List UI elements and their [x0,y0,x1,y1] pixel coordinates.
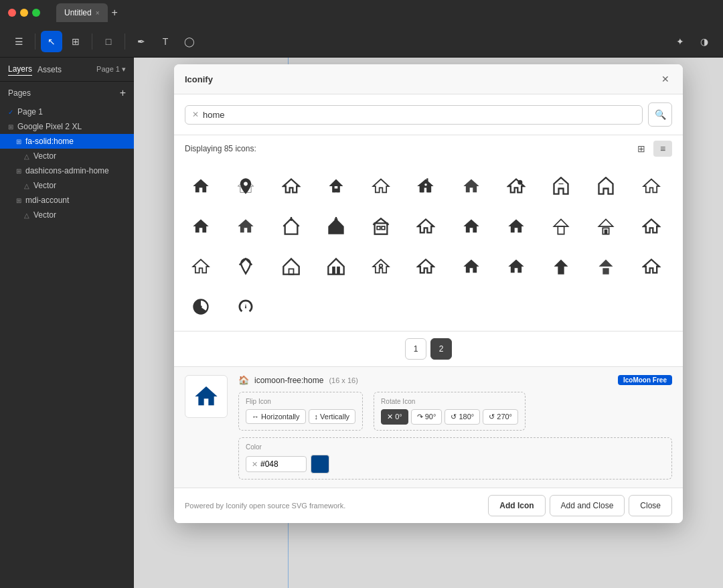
svg-rect-8 [558,226,564,234]
flip-horizontal-button[interactable]: ↔ Horizontally [246,409,306,424]
search-input[interactable] [203,110,635,120]
icon-cell-28[interactable] [407,248,445,285]
rotate-270-button[interactable]: ↺ 270° [483,409,518,425]
icon-cell-19[interactable] [497,208,535,245]
dialog-close-button[interactable]: ✕ [659,72,672,86]
sidebar-layer-vector-3[interactable]: △ Vector [0,208,134,222]
icon-cell-29[interactable] [453,248,490,285]
search-clear-icon[interactable]: ✕ [192,110,199,119]
layers-tab[interactable]: Layers [8,63,32,76]
shape-tool-button[interactable]: □ [98,31,119,52]
toolbar-separator-3 [125,33,125,50]
sidebar: Layers Assets Page 1 ▾ Pages + ✓ Page 1 … [0,58,134,588]
tab-close-icon[interactable]: × [96,9,100,17]
sidebar-layer-vector-1[interactable]: △ Vector [0,149,134,163]
page-1-button[interactable]: 1 [405,338,426,360]
rotate-180-button[interactable]: ↺ 180° [445,409,480,425]
color-swatch[interactable] [311,455,329,473]
icon-cell-31[interactable] [542,248,580,285]
icon-cell-33[interactable] [633,248,670,285]
icon-cell-23[interactable] [182,248,220,285]
layer-label-google-pixel: Google Pixel 2 XL [17,122,82,131]
icon-cell-25[interactable] [272,248,310,285]
icon-cell-8[interactable] [497,167,535,205]
sidebar-item-page1[interactable]: ✓ Page 1 [0,104,134,119]
assets-tab[interactable]: Assets [37,64,62,76]
pages-header: Pages + [0,82,134,104]
sidebar-layer-vector-2[interactable]: △ Vector [0,178,134,193]
search-bar: ✕ 🔍 [174,94,683,135]
sidebar-header: Layers Assets Page 1 ▾ [0,58,134,82]
add-and-close-button[interactable]: Add and Close [550,495,625,516]
color-input[interactable] [260,459,301,469]
flip-vertical-button[interactable]: ↕ Vertically [309,409,356,424]
minimize-traffic-light[interactable] [20,9,28,17]
icon-cell-24[interactable] [227,248,264,285]
pen-tool-button[interactable]: ✒ [131,31,152,52]
sidebar-layer-dashicons[interactable]: ⊞ dashicons-admin-home [0,163,134,178]
svg-rect-6 [377,226,380,230]
icon-cell-22[interactable] [633,208,670,245]
text-tool-button[interactable]: T [155,31,176,52]
icon-cell-26[interactable] [317,248,355,285]
svg-point-14 [380,265,383,268]
selected-icon-info: 🏠 icomoon-free:home (16 x 16) IcoMoon Fr… [238,375,672,480]
grid-view-button[interactable]: ⊞ [632,141,651,157]
tab-bar: Untitled × + [56,3,118,22]
icon-cell-7[interactable] [453,167,490,205]
icon-cell-12[interactable] [182,208,220,245]
sidebar-layer-mdi-account[interactable]: ⊞ mdi-account [0,193,134,208]
titlebar: Untitled × + [0,0,723,25]
sidebar-layer-google-pixel[interactable]: ⊞ Google Pixel 2 XL [0,119,134,134]
icon-cell-21[interactable] [587,208,625,245]
icon-cell-16[interactable] [362,208,400,245]
selected-icon-panel: 🏠 icomoon-free:home (16 x 16) IcoMoon Fr… [174,366,683,488]
layer-label-vector2: Vector [33,181,56,190]
active-tab[interactable]: Untitled × [56,3,108,22]
component-button[interactable]: ✦ [669,31,691,52]
new-tab-button[interactable]: + [112,7,118,19]
icon-cell-2[interactable] [227,167,264,205]
vector-icon-2: △ [24,182,29,190]
icon-cell-9[interactable] [542,167,580,205]
search-button[interactable]: 🔍 [648,102,672,127]
icon-cell-15[interactable] [317,208,355,245]
add-icon-button[interactable]: Add Icon [488,495,545,516]
list-view-button[interactable]: ≡ [653,141,672,157]
close-traffic-light[interactable] [8,9,16,17]
icon-cell-17[interactable] [407,208,445,245]
icon-cell-6[interactable] [407,167,445,205]
select-tool-button[interactable]: ↖ [41,31,62,52]
pen-tool-icon: ✒ [137,36,145,47]
icon-cell-11[interactable] [633,167,670,205]
color-clear-icon[interactable]: ✕ [252,460,258,469]
theme-button[interactable]: ◑ [694,31,715,52]
icon-cell-13[interactable] [227,208,264,245]
icon-cell-20[interactable] [542,208,580,245]
icon-cell-30[interactable] [497,248,535,285]
icon-cell-34[interactable] [182,288,220,325]
comment-tool-button[interactable]: ◯ [179,31,200,52]
icon-cell-3[interactable] [272,167,310,205]
icon-cell-10[interactable] [587,167,625,205]
theme-icon: ◑ [700,36,708,47]
frame-tool-button[interactable]: ⊞ [65,31,86,52]
sidebar-layer-fa-solid-home[interactable]: ⊞ fa-solid:home [0,134,134,149]
page-2-button[interactable]: 2 [430,338,452,360]
maximize-traffic-light[interactable] [32,9,40,17]
rotate-0-button[interactable]: ✕ 0° [381,409,408,425]
rotate-90-button[interactable]: ↷ 90° [411,409,443,425]
icon-cell-14[interactable] [272,208,310,245]
flip-buttons: ↔ Horizontally ↕ Vertically [246,409,355,424]
icon-cell-1[interactable] [182,167,220,205]
icon-cell-4[interactable] [317,167,355,205]
icon-cell-27[interactable] [362,248,400,285]
add-page-button[interactable]: + [120,87,126,99]
close-button[interactable]: Close [629,495,672,516]
icon-cell-35[interactable] [227,288,264,325]
icon-cell-5[interactable] [362,167,400,205]
icon-cell-18[interactable] [453,208,490,245]
layer-label-fa-solid: fa-solid:home [25,137,74,146]
icon-cell-32[interactable] [587,248,625,285]
menu-button[interactable]: ☰ [8,31,29,52]
